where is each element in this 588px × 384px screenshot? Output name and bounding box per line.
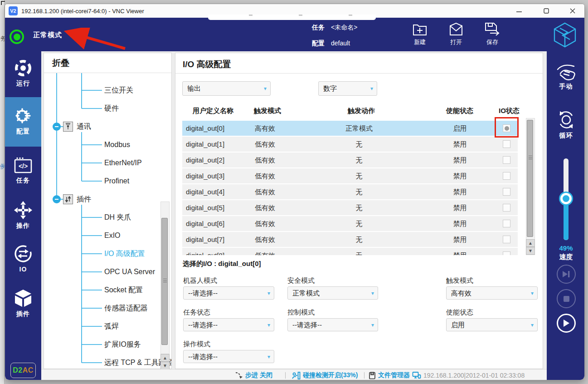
io-state-checkbox[interactable]	[503, 156, 510, 164]
trigger-mode-select[interactable]: 高有效▾	[446, 286, 538, 300]
io-state-checkbox[interactable]	[503, 140, 510, 148]
chevron-down-icon: ▾	[371, 322, 374, 328]
speed-label: 速度	[547, 253, 585, 261]
cycle-mode-button[interactable]: 循环	[547, 109, 585, 140]
io-state-checkbox[interactable]	[503, 172, 510, 180]
stop-button[interactable]	[557, 289, 576, 308]
control-mode-select[interactable]: --请选择--▾	[287, 318, 378, 331]
io-state-checkbox[interactable]	[503, 220, 510, 227]
tree-item-hardware[interactable]: 硬件	[104, 103, 119, 114]
status-green-dot	[14, 34, 20, 40]
tree-item-modbus[interactable]: Modbus	[104, 139, 130, 150]
io-exchange-icon	[13, 244, 33, 264]
table-row[interactable]: digital_out[0] 高有效 正常模式 启用	[182, 121, 518, 136]
tree-item-socket-config[interactable]: Socket 配置	[104, 285, 143, 295]
tree-header: 折叠	[44, 53, 171, 73]
io-state-checkbox[interactable]	[503, 204, 510, 212]
speed-slider-thumb[interactable]	[560, 193, 572, 204]
panel-title: I/O 高级配置	[183, 59, 231, 70]
table-scroll-up-button[interactable]: ▲	[526, 239, 535, 247]
table-row[interactable]: digital_out[2] 低有效 无 禁用	[182, 153, 518, 167]
tree-item-arc-welding[interactable]: 弧焊	[104, 321, 119, 332]
robot-mode-select[interactable]: --请选择--▾	[183, 286, 274, 300]
io-state-checkbox[interactable]	[503, 251, 510, 255]
tree-item-safety-tool[interactable]: 安全工具	[104, 73, 133, 74]
table-row[interactable]: digital_out[3] 低有效 无 禁用	[182, 168, 518, 183]
right-control-sidebar: 手动 循环 49% 速度	[547, 51, 585, 380]
sidebar-item-run[interactable]: 运行	[5, 59, 41, 88]
tree-scrollbar-thumb[interactable]	[161, 218, 168, 345]
table-scroll-down-button[interactable]: ▼	[526, 247, 535, 255]
background-toolbar-remnant	[208, 15, 376, 20]
sidebar-item-config[interactable]: 配置	[5, 106, 41, 136]
cube-plugin-icon	[13, 288, 33, 308]
table-scrollbar-thumb[interactable]	[527, 120, 533, 237]
open-task-button[interactable]: 打开	[440, 22, 472, 46]
task-value: <未命名>	[331, 24, 357, 32]
minimize-button[interactable]	[509, 4, 529, 18]
new-task-button[interactable]: 新建	[404, 22, 436, 46]
code-window-icon: </>	[13, 157, 33, 175]
io-direction-select[interactable]: 输出 ▾	[182, 81, 271, 96]
operation-mode-select[interactable]: --请选择--▾	[183, 350, 274, 363]
close-button[interactable]	[563, 4, 583, 18]
network-monitor-icon	[412, 371, 421, 379]
step-forward-button[interactable]	[557, 265, 576, 284]
safety-mode-select[interactable]: 正常模式▾	[287, 286, 378, 300]
table-row[interactable]: digital_out[6] 低有效 无 禁用	[182, 216, 518, 231]
col-header-trigger-action: 触发动作	[348, 107, 375, 115]
tree-item-plugins[interactable]: 插件	[77, 194, 91, 205]
table-row[interactable]: digital_out[7] 低有效 无 禁用	[182, 232, 518, 247]
enable-state-select[interactable]: 启用▾	[446, 318, 538, 331]
task-label: 任务	[312, 24, 325, 32]
sidebar-item-jog[interactable]: 操作	[5, 200, 41, 230]
table-row[interactable]: digital_out[8] 低有效 无 禁用	[182, 248, 518, 255]
io-state-checkbox[interactable]	[503, 236, 510, 243]
sidebar-item-io[interactable]: IO	[5, 244, 41, 273]
tree-item-profinet[interactable]: Profinet	[104, 176, 129, 187]
table-row[interactable]: digital_out[5] 低有效 无 禁用	[182, 200, 518, 215]
tree-scroll-down-button[interactable]: ▼	[160, 362, 170, 369]
step-status[interactable]: 步进 关闭	[235, 371, 272, 379]
io-table: digital_out[0] 高有效 正常模式 启用 digital_out[1…	[182, 121, 525, 255]
tree-item-ethernet-ip[interactable]: EtherNet/IP	[104, 158, 142, 168]
tree-scroll-up-button[interactable]: ▲	[160, 354, 170, 362]
save-task-button[interactable]: 保存	[476, 22, 508, 46]
tree-item-extended-io-service[interactable]: 扩展IO服务	[104, 339, 141, 350]
file-manager-link[interactable]: 文件管理器	[369, 371, 410, 379]
background-cursor-artifact	[1, 1, 5, 5]
cycle-loop-icon	[556, 109, 577, 130]
tree-item-three-position-switch[interactable]: 三位开关	[104, 85, 133, 96]
robot-mode-text: 正常模式	[33, 31, 62, 39]
tree-item-dh-gripper[interactable]: DH 夹爪	[104, 212, 131, 223]
table-row[interactable]: digital_out[4] 低有效 无 禁用	[182, 184, 518, 199]
connection-status: 192.168.1.200|2012-01-01 02:33:08	[412, 371, 525, 379]
collapse-toggle-plugins[interactable]	[53, 195, 61, 203]
sidebar-item-task[interactable]: </> 任务	[5, 157, 41, 185]
vnc-viewer-window: V2 192.168.1.200 (intel-corei7-64:0) - V…	[5, 4, 585, 380]
tree-item-io-advanced-config[interactable]: I/O 高级配置	[104, 248, 145, 259]
config-label: 配置	[312, 39, 325, 48]
tree-item-opc-ua-server[interactable]: OPC UA Server	[104, 266, 155, 277]
move-arrows-icon	[13, 200, 33, 220]
io-state-checkbox[interactable]	[503, 188, 510, 196]
collapse-all-label[interactable]: 折叠	[52, 57, 69, 69]
chevron-down-icon: ▾	[531, 290, 534, 296]
io-type-select[interactable]: 数字 ▾	[318, 81, 377, 96]
tree-item-sensor-adapter[interactable]: 传感器适配器	[104, 303, 148, 314]
vnc-app-icon: V2	[9, 6, 18, 15]
tree-item-exio[interactable]: ExIO	[104, 230, 121, 241]
collapse-toggle-communication[interactable]	[53, 123, 61, 131]
tree-item-communication[interactable]: 通讯	[77, 121, 91, 132]
task-row: 任务 <未命名>	[312, 24, 357, 32]
brand-d2ac-badge[interactable]: D2AC	[10, 363, 36, 378]
play-button[interactable]	[557, 314, 576, 333]
task-state-select[interactable]: --请选择--▾	[183, 318, 274, 331]
table-row[interactable]: digital_out[1] 低有效 无 禁用	[182, 137, 518, 152]
collision-detection-status[interactable]: 碰撞检测开启(33%)	[292, 371, 358, 379]
sidebar-item-plugins[interactable]: 插件	[5, 288, 41, 318]
play-icon	[563, 319, 570, 327]
chevron-down-icon: ▾	[531, 322, 534, 328]
maximize-button[interactable]	[536, 4, 556, 18]
manual-mode-button[interactable]: 手动	[547, 62, 585, 91]
